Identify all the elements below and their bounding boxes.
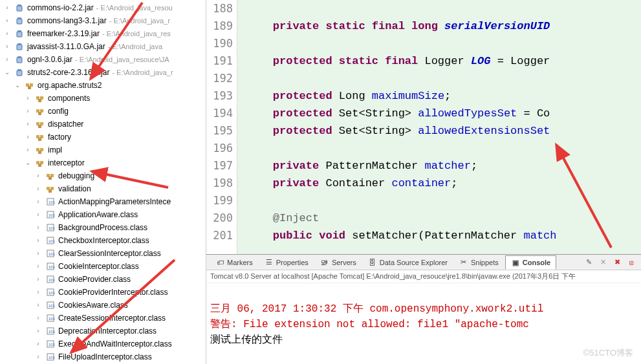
tree-twisty[interactable]: › — [34, 221, 43, 234]
tab-label: Snippets — [471, 259, 499, 266]
tree-twisty[interactable]: › — [34, 208, 43, 221]
tree-twisty[interactable]: › — [3, 53, 12, 66]
tree-twisty[interactable]: › — [34, 273, 43, 286]
tree-twisty[interactable]: › — [3, 1, 12, 14]
svg-rect-29 — [38, 151, 41, 154]
package-explorer[interactable]: ›commons-io-2.2.jar - E:\Android_java_re… — [0, 0, 206, 364]
tree-twisty[interactable]: › — [34, 247, 43, 260]
svg-text:101: 101 — [49, 226, 55, 230]
tree-row[interactable]: ⌄struts2-core-2.3.16.3.jar - E:\Android_… — [0, 66, 206, 79]
svg-text:101: 101 — [49, 239, 55, 243]
tree-row[interactable]: ›101ClearSessionInterceptor.class — [0, 247, 206, 260]
tree-row[interactable]: ›validation — [0, 182, 206, 195]
tree-row[interactable]: ›101CookieInterceptor.class — [0, 260, 206, 273]
tree-row[interactable]: ›101BackgroundProcess.class — [0, 221, 206, 234]
tree-row[interactable]: ⌄interceptor — [0, 156, 206, 169]
tree-row[interactable]: ›101ExecuteAndWaitInterceptor.class — [0, 337, 206, 350]
tree-twisty[interactable]: ⌄ — [13, 79, 22, 92]
tree-row[interactable]: ›factory — [0, 131, 206, 144]
tree-twisty[interactable]: › — [34, 312, 43, 325]
console-edit-icon[interactable]: ✎ — [583, 257, 594, 268]
svg-rect-20 — [38, 112, 41, 115]
svg-text:101: 101 — [49, 278, 55, 282]
tree-label: components — [48, 92, 90, 105]
tree-twisty[interactable]: › — [34, 337, 43, 350]
svg-text:101: 101 — [49, 291, 55, 295]
svg-rect-35 — [49, 177, 52, 180]
tree-twisty[interactable]: › — [34, 169, 43, 182]
bottom-tabs[interactable]: 🏷Markers☰Properties🖳Servers🗄Data Source … — [206, 255, 641, 270]
tab-servers[interactable]: 🖳Servers — [315, 256, 362, 269]
tree-twisty[interactable]: › — [34, 234, 43, 247]
tree-twisty[interactable]: › — [3, 27, 12, 40]
class-icon: 101 — [45, 326, 56, 336]
tree-row[interactable]: ›dispatcher — [0, 118, 206, 131]
tree-twisty[interactable]: › — [23, 105, 32, 118]
tree-twisty[interactable]: › — [34, 325, 43, 337]
tree-row[interactable]: ›101CheckboxInterceptor.class — [0, 234, 206, 247]
tab-icon: 🖳 — [320, 258, 329, 267]
tree-twisty[interactable]: ⌄ — [23, 156, 32, 169]
tree-row[interactable]: ›101CookieProviderInterceptor.class — [0, 286, 206, 299]
tree-twisty[interactable]: › — [34, 286, 43, 299]
tree-row[interactable]: ›101FileUploadInterceptor.class — [0, 350, 206, 363]
tree-twisty[interactable]: › — [34, 299, 43, 312]
tab-data-source-explorer[interactable]: 🗄Data Source Explorer — [363, 256, 453, 269]
console-output[interactable]: 三月 06, 2017 1:30:32 下午 com.opensymphony.… — [206, 283, 641, 364]
tree-label: ognl-3.0.6.jar — [27, 53, 72, 66]
tree-twisty[interactable]: › — [34, 260, 43, 273]
svg-rect-32 — [38, 164, 41, 167]
tree-row[interactable]: ›commons-lang3-3.1.jar - E:\Android_java… — [0, 14, 206, 27]
tree-row[interactable]: ›101CookiesAware.class — [0, 299, 206, 312]
tab-markers[interactable]: 🏷Markers — [210, 256, 258, 269]
tree-row[interactable]: ›components — [0, 92, 206, 105]
tree-row[interactable]: ›101DeprecationInterceptor.class — [0, 325, 206, 337]
tree-row[interactable]: ›impl — [0, 144, 206, 156]
console-removeall-icon[interactable]: ⦻ — [625, 257, 637, 268]
tab-console[interactable]: ▣Console — [505, 255, 556, 270]
class-icon: 101 — [45, 339, 56, 349]
tree-row[interactable]: ›101ApplicationAware.class — [0, 208, 206, 221]
tree-row[interactable]: ›debugging — [0, 169, 206, 182]
tree-twisty[interactable]: › — [23, 92, 32, 105]
tree-twisty[interactable]: › — [3, 40, 12, 53]
jar-icon — [14, 54, 25, 65]
tree-label: CreateSessionInterceptor.class — [58, 312, 166, 325]
tree-row[interactable]: ›101ActionMappingParametersIntece — [0, 195, 206, 208]
tree-twisty[interactable]: › — [23, 144, 32, 156]
tree-row[interactable]: ›101CookieProvider.class — [0, 273, 206, 286]
tree-twisty[interactable]: ⌄ — [3, 66, 12, 79]
svg-text:101: 101 — [49, 252, 55, 256]
tree-row[interactable]: ›commons-io-2.2.jar - E:\Android_java_re… — [0, 1, 206, 14]
tree-twisty[interactable]: › — [34, 182, 43, 195]
tree-twisty[interactable]: › — [23, 118, 32, 131]
tab-label: Console — [523, 259, 550, 266]
tree-twisty[interactable]: › — [34, 350, 43, 363]
tree-twisty[interactable]: › — [3, 14, 12, 27]
jar-icon — [14, 28, 25, 39]
tree-twisty[interactable]: › — [34, 195, 43, 208]
svg-rect-1 — [17, 5, 21, 6]
console-status: Tomcat v8.0 Server at localhost [Apache … — [206, 270, 641, 283]
code-editor[interactable]: 1881891901911921931941951961971981992002… — [206, 0, 641, 254]
tab-tools: ✎ ✕ ✖ ⦻ — [583, 257, 641, 268]
tree-row[interactable]: ›javassist-3.11.0.GA.jar - E:\Android_ja… — [0, 40, 206, 53]
tree-label: debugging — [58, 169, 94, 182]
tree-row[interactable]: ›config — [0, 105, 206, 118]
tree-twisty[interactable]: › — [23, 131, 32, 144]
tree-row[interactable]: ⌄org.apache.struts2 — [0, 79, 206, 92]
svg-rect-4 — [17, 32, 22, 37]
tree-row[interactable]: ›freemarker-2.3.19.jar - E:\Android_java… — [0, 27, 206, 40]
code-area[interactable]: private static final long serialVersionU… — [237, 0, 641, 254]
tree-row[interactable]: ›101CreateSessionInterceptor.class — [0, 312, 206, 325]
tree-label: commons-io-2.2.jar — [27, 1, 94, 14]
tab-properties[interactable]: ☰Properties — [259, 256, 314, 269]
svg-rect-23 — [38, 125, 41, 128]
svg-rect-38 — [49, 189, 52, 193]
svg-text:101: 101 — [49, 213, 55, 217]
class-icon: 101 — [45, 300, 56, 310]
tab-snippets[interactable]: ✂Snippets — [454, 256, 504, 269]
console-clear-icon[interactable]: ✕ — [597, 257, 609, 268]
console-remove-icon[interactable]: ✖ — [611, 257, 623, 268]
tree-row[interactable]: ›ognl-3.0.6.jar - E:\Android_java_resouc… — [0, 53, 206, 66]
